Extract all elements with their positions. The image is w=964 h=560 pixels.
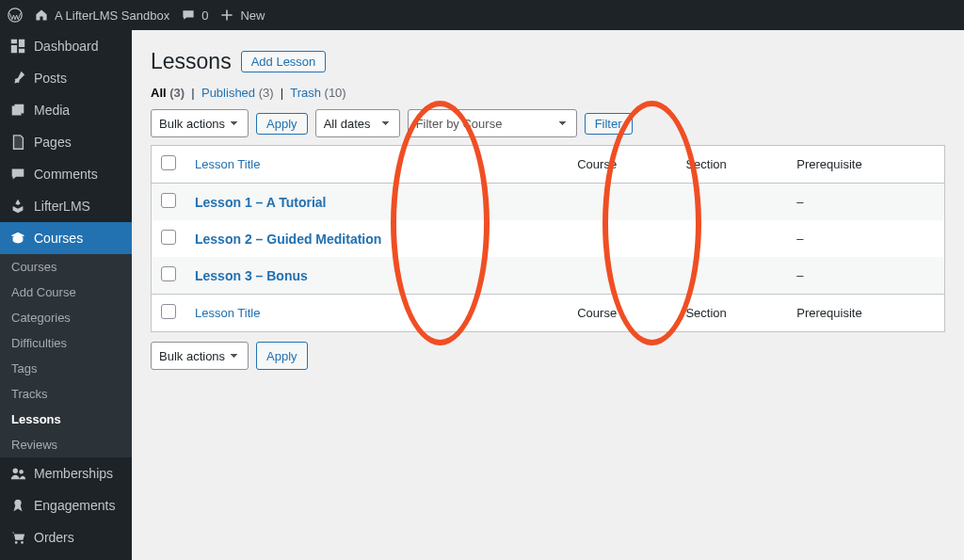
bulk-actions-select-top[interactable]: Bulk actions bbox=[151, 109, 249, 137]
home-icon bbox=[34, 8, 49, 23]
table-row: Lesson 2 – Guided Meditation– bbox=[152, 220, 945, 257]
lesson-title-link[interactable]: Lesson 3 – Bonus bbox=[195, 268, 308, 283]
sidebar-item-orders[interactable]: Orders bbox=[0, 521, 132, 553]
svg-point-2 bbox=[13, 469, 18, 473]
row-course bbox=[568, 220, 676, 257]
svg-point-5 bbox=[15, 541, 18, 544]
row-checkbox[interactable] bbox=[161, 230, 176, 245]
filter-trash[interactable]: Trash bbox=[290, 86, 321, 100]
submenu-item-add-course[interactable]: Add Course bbox=[0, 280, 132, 305]
sidebar-item-label: Pages bbox=[34, 135, 72, 150]
add-lesson-button[interactable]: Add Lesson bbox=[241, 51, 327, 72]
comment-count: 0 bbox=[201, 8, 208, 23]
sidebar-item-label: Dashboard bbox=[34, 39, 99, 54]
sidebar-submenu: CoursesAdd CourseCategoriesDifficultiesT… bbox=[0, 254, 132, 457]
sidebar-item-posts[interactable]: Posts bbox=[0, 62, 132, 94]
sidebar-item-dashboard[interactable]: Dashboard bbox=[0, 30, 132, 62]
svg-point-3 bbox=[19, 470, 24, 474]
sidebar-item-memberships[interactable]: Memberships bbox=[0, 457, 132, 489]
lifter-icon bbox=[9, 198, 26, 215]
comment-icon bbox=[9, 166, 26, 183]
table-row: Lesson 1 – A Tutorial– bbox=[152, 184, 945, 221]
row-checkbox[interactable] bbox=[161, 193, 176, 208]
sidebar-item-appearance[interactable]: Appearance bbox=[0, 553, 132, 560]
svg-point-4 bbox=[14, 500, 21, 506]
col-course[interactable]: Course bbox=[568, 146, 676, 184]
admin-sidebar: DashboardPostsMediaPagesCommentsLifterLM… bbox=[0, 30, 132, 560]
sidebar-item-media[interactable]: Media bbox=[0, 94, 132, 126]
sidebar-item-label: LifterLMS bbox=[34, 199, 90, 214]
row-checkbox[interactable] bbox=[161, 266, 176, 281]
pin-icon bbox=[9, 70, 26, 87]
col-section-foot[interactable]: Section bbox=[676, 295, 787, 332]
admin-bar: A LifterLMS Sandbox 0 New bbox=[0, 0, 964, 30]
col-prereq-foot[interactable]: Prerequisite bbox=[787, 295, 944, 332]
site-name: A LifterLMS Sandbox bbox=[55, 8, 169, 23]
site-link[interactable]: A LifterLMS Sandbox bbox=[34, 8, 169, 23]
sidebar-item-label: Orders bbox=[34, 530, 74, 545]
sidebar-item-label: Courses bbox=[34, 231, 83, 246]
row-section bbox=[676, 220, 787, 257]
media-icon bbox=[9, 102, 26, 119]
plus-icon bbox=[219, 8, 234, 23]
page-title: Lessons bbox=[151, 49, 232, 74]
comments-link[interactable]: 0 bbox=[181, 8, 208, 23]
row-prereq: – bbox=[787, 184, 944, 221]
comment-icon bbox=[181, 8, 196, 23]
col-title[interactable]: Lesson Title bbox=[195, 157, 260, 171]
col-section[interactable]: Section bbox=[676, 146, 787, 184]
lesson-title-link[interactable]: Lesson 1 – A Tutorial bbox=[195, 195, 327, 210]
cap-icon bbox=[9, 230, 26, 247]
dash-icon bbox=[9, 38, 26, 55]
status-filters: All (3) | Published (3) | Trash (10) bbox=[151, 86, 945, 100]
submenu-item-difficulties[interactable]: Difficulties bbox=[0, 330, 132, 356]
wp-logo[interactable] bbox=[8, 8, 23, 23]
lessons-table: Lesson Title Course Section Prerequisite… bbox=[151, 145, 945, 332]
select-all-top[interactable] bbox=[161, 155, 176, 170]
filter-button[interactable]: Filter bbox=[585, 113, 633, 135]
sidebar-item-label: Engagements bbox=[34, 498, 115, 513]
main-content: Lessons Add Lesson All (3) | Published (… bbox=[132, 30, 964, 560]
submenu-item-reviews[interactable]: Reviews bbox=[0, 432, 132, 457]
bulk-actions-select-bottom[interactable]: Bulk actions bbox=[151, 342, 249, 370]
submenu-item-tags[interactable]: Tags bbox=[0, 356, 132, 381]
course-filter-select[interactable]: Filter by Course bbox=[408, 109, 577, 137]
sidebar-item-comments[interactable]: Comments bbox=[0, 158, 132, 190]
sidebar-item-label: Comments bbox=[34, 167, 98, 182]
date-filter-select[interactable]: All dates bbox=[315, 109, 400, 137]
new-label: New bbox=[240, 8, 265, 23]
sidebar-item-engagements[interactable]: Engagements bbox=[0, 489, 132, 521]
page-icon bbox=[9, 134, 26, 151]
col-title-foot[interactable]: Lesson Title bbox=[195, 306, 260, 320]
lesson-title-link[interactable]: Lesson 2 – Guided Meditation bbox=[195, 232, 381, 247]
filter-all[interactable]: All (3) bbox=[151, 86, 185, 100]
sidebar-item-label: Posts bbox=[34, 71, 67, 86]
svg-point-1 bbox=[14, 108, 17, 111]
apply-button-bottom[interactable]: Apply bbox=[256, 342, 308, 370]
users-icon bbox=[9, 465, 26, 482]
sidebar-item-courses[interactable]: Courses bbox=[0, 222, 132, 254]
row-section bbox=[676, 257, 787, 295]
submenu-item-tracks[interactable]: Tracks bbox=[0, 381, 132, 407]
sidebar-item-pages[interactable]: Pages bbox=[0, 126, 132, 158]
filter-published[interactable]: Published bbox=[201, 86, 255, 100]
row-prereq: – bbox=[787, 220, 944, 257]
submenu-item-categories[interactable]: Categories bbox=[0, 305, 132, 330]
col-course-foot[interactable]: Course bbox=[568, 295, 676, 332]
sidebar-item-label: Memberships bbox=[34, 466, 113, 481]
new-link[interactable]: New bbox=[219, 8, 265, 23]
submenu-item-courses[interactable]: Courses bbox=[0, 254, 132, 280]
sidebar-item-label: Media bbox=[34, 103, 70, 118]
svg-point-6 bbox=[21, 541, 24, 544]
award-icon bbox=[9, 497, 26, 514]
col-prereq[interactable]: Prerequisite bbox=[787, 146, 944, 184]
select-all-bottom[interactable] bbox=[161, 304, 176, 319]
row-prereq: – bbox=[787, 257, 944, 295]
submenu-item-lessons[interactable]: Lessons bbox=[0, 407, 132, 432]
cart-icon bbox=[9, 529, 26, 546]
row-course bbox=[568, 184, 676, 221]
row-section bbox=[676, 184, 787, 221]
apply-button-top[interactable]: Apply bbox=[256, 113, 308, 135]
sidebar-item-lifterlms[interactable]: LifterLMS bbox=[0, 190, 132, 222]
table-row: Lesson 3 – Bonus– bbox=[152, 257, 945, 295]
